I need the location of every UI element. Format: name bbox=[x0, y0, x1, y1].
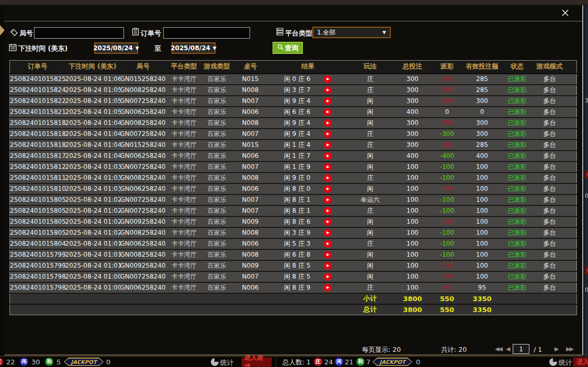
table-cell: 已派彩 bbox=[502, 194, 533, 205]
replay-video-icon[interactable]: ▶ bbox=[324, 284, 332, 292]
table-cell bbox=[567, 129, 577, 140]
table-cell: 已派彩 bbox=[502, 140, 533, 151]
table-cell: 闲 3 庄 7▶ bbox=[269, 85, 347, 96]
replay-video-icon[interactable]: ▶ bbox=[324, 207, 332, 215]
player-count: 21 bbox=[345, 358, 354, 366]
replay-video-icon[interactable]: ▶ bbox=[324, 218, 332, 226]
tie-chip-icon: 和 bbox=[356, 358, 365, 366]
replay-video-icon[interactable]: ▶ bbox=[324, 185, 332, 193]
table-cell: 百家乐 bbox=[202, 107, 232, 118]
table-cell: 2025-08-24 01:01:07 bbox=[65, 260, 120, 271]
table-cell: 2025-08-24 01:03:19 bbox=[65, 183, 120, 194]
table-cell: 百家乐 bbox=[202, 260, 232, 271]
table-cell: N009 bbox=[232, 216, 269, 227]
table-cell: 已派彩 bbox=[502, 129, 533, 140]
table-cell bbox=[567, 260, 577, 271]
table-cell: N006 bbox=[232, 183, 269, 194]
table-cell: 已派彩 bbox=[502, 173, 533, 183]
table-row: 2508240101581892025-08-24 01:04:52GN0082… bbox=[10, 118, 577, 129]
table-cell: GN00825824018 bbox=[120, 227, 166, 238]
order-no-label: 订单号 bbox=[141, 29, 161, 38]
table-cell: GN0092582401N bbox=[120, 260, 166, 271]
last-page-icon[interactable]: ▶▶ bbox=[566, 346, 573, 352]
table-cell: 庄 bbox=[347, 282, 393, 293]
table-cell: 多台 bbox=[533, 227, 567, 238]
table-cell: 250824010158047 bbox=[10, 238, 65, 249]
table-cell: 多台 bbox=[533, 183, 567, 194]
table-cell: 100 bbox=[432, 183, 462, 194]
background-fragment: 戏 bbox=[585, 267, 588, 275]
platform-list-icon bbox=[276, 28, 284, 38]
enter-game-button[interactable]: 进入游戏 bbox=[242, 358, 272, 366]
table-cell: N006 bbox=[232, 107, 269, 118]
table-cell: 闲 8 庄 1▶ bbox=[269, 205, 347, 216]
replay-video-icon[interactable]: ▶ bbox=[324, 119, 332, 127]
table-cell: 300 bbox=[393, 118, 432, 129]
table-cell: 闲 6 庄 8▶ bbox=[269, 249, 347, 260]
table-cell: GN0062582401L bbox=[120, 107, 166, 118]
total-label: 总计 bbox=[347, 304, 393, 315]
replay-video-icon[interactable]: ▶ bbox=[324, 273, 332, 281]
page-number-input[interactable] bbox=[513, 344, 529, 354]
enter-game-button[interactable]: 进入游戏 bbox=[573, 358, 588, 366]
date-to-picker[interactable]: 2025/08/24 ▼ bbox=[172, 42, 216, 54]
replay-video-icon[interactable]: ▶ bbox=[324, 130, 332, 138]
order-no-input[interactable] bbox=[163, 27, 250, 39]
table-cell bbox=[567, 151, 577, 162]
replay-video-icon[interactable]: ▶ bbox=[324, 262, 332, 270]
replay-video-icon[interactable]: ▶ bbox=[324, 174, 332, 182]
table-cell: 卡卡湾厅 bbox=[166, 249, 202, 260]
table-cell: 庄 bbox=[347, 129, 393, 140]
table-cell: 百家乐 bbox=[202, 271, 232, 282]
replay-video-icon[interactable]: ▶ bbox=[324, 141, 332, 149]
table-cell: N007 bbox=[232, 205, 269, 216]
total-row: 总计 3800 550 3350 bbox=[10, 304, 577, 315]
platform-type-select[interactable]: 1.全部 ▼ bbox=[312, 27, 391, 38]
table-cell: 100 bbox=[393, 216, 432, 227]
platform-type-label: 平台类型 bbox=[285, 29, 312, 38]
table-cell bbox=[567, 85, 577, 96]
search-button[interactable]: 查询 bbox=[273, 42, 303, 54]
table-cell: 2025-08-24 01:00:58 bbox=[65, 271, 120, 282]
replay-video-icon[interactable]: ▶ bbox=[324, 152, 332, 160]
replay-video-icon[interactable]: ▶ bbox=[324, 86, 332, 94]
result-text: 闲 8 庄 9 bbox=[284, 283, 311, 292]
table-cell: 2025-08-24 01:03:23 bbox=[65, 173, 120, 183]
result-text: 闲 8 庄 6 bbox=[284, 217, 311, 226]
next-page-icon[interactable]: ▶ bbox=[555, 346, 558, 352]
replay-video-icon[interactable]: ▶ bbox=[324, 240, 332, 248]
banker-count: 24 bbox=[324, 358, 333, 366]
calendar-icon bbox=[9, 43, 17, 53]
table-cell: 95 bbox=[432, 282, 462, 293]
replay-video-icon[interactable]: ▶ bbox=[324, 196, 332, 204]
table-cell: 285 bbox=[462, 85, 502, 96]
date-from-picker[interactable]: 2025/08/24 ▼ bbox=[94, 42, 138, 54]
result-text: 闲 1 庄 9 bbox=[284, 163, 311, 171]
table-cell bbox=[567, 216, 577, 227]
replay-video-icon[interactable]: ▶ bbox=[324, 97, 332, 105]
prev-page-icon[interactable]: ◀ bbox=[506, 346, 509, 352]
close-button[interactable] bbox=[559, 5, 571, 20]
table-cell: 250824010158250 bbox=[10, 74, 65, 85]
table-cell bbox=[567, 238, 577, 249]
date-to-value: 2025/08/24 bbox=[171, 44, 210, 52]
total-players-label: 总人数: 1 bbox=[282, 358, 311, 367]
chevron-down-icon: ▼ bbox=[135, 45, 139, 51]
replay-video-icon[interactable]: ▶ bbox=[324, 251, 332, 259]
replay-video-icon[interactable]: ▶ bbox=[324, 163, 332, 171]
table-cell: 2025-08-24 01:04:43 bbox=[65, 140, 120, 151]
replay-video-icon[interactable]: ▶ bbox=[324, 229, 332, 237]
table-cell: 100 bbox=[462, 194, 502, 205]
replay-video-icon[interactable]: ▶ bbox=[324, 108, 332, 116]
stats-button[interactable]: 统计 bbox=[220, 358, 234, 367]
stats-button[interactable]: 统计 bbox=[559, 358, 572, 367]
table-cell: 已派彩 bbox=[502, 249, 533, 260]
replay-video-icon[interactable]: ▶ bbox=[324, 75, 332, 83]
table-cell: GN0062582401E bbox=[120, 282, 166, 293]
result-text: 闲 0 庄 6 bbox=[284, 75, 311, 84]
divider bbox=[276, 357, 276, 367]
result-text: 闲 6 庄 8 bbox=[284, 250, 311, 259]
table-cell: 多台 bbox=[533, 129, 567, 140]
first-page-icon[interactable]: ◀◀ bbox=[495, 346, 502, 352]
game-no-input[interactable] bbox=[34, 27, 124, 39]
